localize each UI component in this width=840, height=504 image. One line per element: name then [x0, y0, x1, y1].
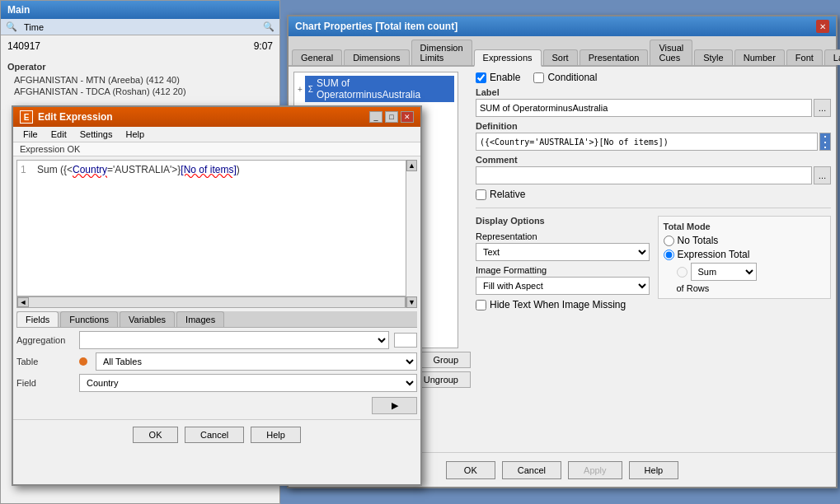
relative-checkbox[interactable]: Relative: [476, 189, 831, 200]
maximize-button[interactable]: □: [385, 111, 398, 123]
comment-section: Comment …: [476, 155, 831, 184]
search-icon-left: 🔍: [6, 21, 17, 32]
no-totals-radio[interactable]: [664, 236, 674, 246]
country-highlight: Country: [73, 164, 107, 175]
scroll-down-button[interactable]: ▼: [406, 296, 417, 308]
tab-la[interactable]: La: [824, 49, 840, 65]
conditional-input[interactable]: [533, 72, 544, 83]
group-button[interactable]: Group: [420, 352, 471, 368]
chart-ok-button[interactable]: OK: [446, 461, 495, 479]
chart-help-button[interactable]: Help: [629, 461, 679, 479]
edit-ok-button[interactable]: OK: [133, 427, 178, 443]
total-mode-section: Total Mode No Totals Expression Total: [658, 216, 832, 310]
tab-visual-cues[interactable]: Visual Cues: [650, 40, 692, 65]
tab-number[interactable]: Number: [734, 49, 785, 65]
aggregation-select[interactable]: [79, 331, 389, 349]
chart-tab-bar: General Dimensions Dimension Limits Expr…: [289, 36, 836, 67]
image-formatting-section: Image Formatting Fill with Aspect Fill N…: [476, 265, 650, 295]
definition-section: Definition ⋮: [476, 121, 831, 151]
code-editor-area[interactable]: 1 Sum ({<Country='AUSTRALIA'>}[No of ite…: [16, 160, 417, 296]
orange-dot-icon: [79, 357, 87, 366]
relative-input[interactable]: [476, 189, 486, 200]
scroll-up-button[interactable]: ▲: [406, 160, 417, 171]
edit-expr-icon: E: [20, 110, 33, 124]
no-totals-radio-label[interactable]: No Totals: [664, 235, 826, 246]
no-items-highlight: [No of items]: [181, 164, 236, 175]
tab-font[interactable]: Font: [786, 49, 823, 65]
conditional-checkbox[interactable]: Conditional: [533, 72, 597, 83]
expression-status: Expression OK: [13, 142, 420, 156]
aggregation-number[interactable]: [394, 333, 417, 348]
time-value: 9:07: [254, 40, 273, 52]
operator-item-1: AFGHANISTAN - TDCA (Roshan) (412 20): [7, 86, 273, 97]
sum-radio[interactable]: [677, 267, 687, 278]
chart-dialog-title: Chart Properties [Total item count]: [295, 21, 458, 32]
menu-file[interactable]: File: [16, 128, 45, 141]
representation-label: Representation: [476, 231, 650, 241]
menu-settings[interactable]: Settings: [73, 128, 120, 141]
code-content: Sum ({<Country='AUSTRALIA'>}[No of items…: [37, 164, 240, 175]
field-label: Field: [16, 378, 74, 388]
vertical-scrollbar[interactable]: ▲ ▼: [406, 160, 417, 308]
definition-input-row: ⋮: [476, 133, 831, 151]
edit-expression-dialog: E Edit Expression _ □ ✕ File Edit Settin…: [12, 105, 422, 486]
sum-row: Sum Avg Min Max: [664, 263, 826, 281]
tab-general[interactable]: General: [292, 49, 342, 65]
tab-fields[interactable]: Fields: [16, 311, 59, 327]
relative-row: Relative: [476, 189, 831, 200]
expression-total-radio-label[interactable]: Expression Total: [664, 249, 826, 260]
main-header-row: 🔍 Time 🔍: [1, 19, 279, 35]
tab-dimensions[interactable]: Dimensions: [344, 49, 409, 65]
menu-help[interactable]: Help: [119, 128, 151, 141]
label-input[interactable]: [476, 99, 812, 117]
tab-sort[interactable]: Sort: [543, 49, 578, 65]
display-options-title: Display Options: [476, 216, 650, 226]
comment-edit-button[interactable]: …: [814, 166, 831, 184]
tab-presentation[interactable]: Presentation: [580, 49, 649, 65]
minimize-button[interactable]: _: [369, 111, 382, 123]
enable-label: Enable: [490, 72, 520, 83]
image-format-select[interactable]: Fill with Aspect Fill Normal: [476, 277, 650, 295]
expression-label: SUM of OperatorminusAustralia: [317, 77, 451, 100]
hide-text-checkbox[interactable]: Hide Text When Image Missing: [476, 299, 650, 310]
field-select[interactable]: Country: [79, 374, 417, 392]
tab-images[interactable]: Images: [176, 311, 224, 327]
horizontal-scrollbar[interactable]: ◄ ►: [16, 296, 417, 308]
edit-cancel-button[interactable]: Cancel: [185, 427, 244, 443]
of-rows-label: of Rows: [664, 283, 826, 293]
tab-functions[interactable]: Functions: [60, 311, 118, 327]
chart-cancel-button[interactable]: Cancel: [502, 461, 561, 479]
table-select[interactable]: All Tables: [96, 352, 417, 371]
hide-text-input[interactable]: [476, 300, 486, 310]
expression-total-radio[interactable]: [664, 250, 674, 260]
menu-edit[interactable]: Edit: [45, 128, 73, 141]
chart-dialog-titlebar: Chart Properties [Total item count] ✕: [289, 16, 836, 36]
comment-input-row: …: [476, 166, 831, 184]
tab-dimension-limits[interactable]: Dimension Limits: [411, 40, 472, 65]
scroll-track: [406, 171, 417, 296]
label-edit-button[interactable]: …: [814, 99, 831, 117]
scroll-left-button[interactable]: ◄: [17, 297, 29, 307]
tab-variables[interactable]: Variables: [120, 311, 175, 327]
tab-style[interactable]: Style: [694, 49, 732, 65]
comment-input[interactable]: [476, 166, 812, 184]
sum-select[interactable]: Sum Avg Min Max: [691, 263, 757, 281]
enable-checkbox[interactable]: Enable: [476, 72, 520, 83]
tab-expressions[interactable]: Expressions: [474, 49, 542, 67]
enable-input[interactable]: [476, 72, 486, 83]
search-icon-right[interactable]: 🔍: [263, 21, 275, 32]
definition-input[interactable]: [476, 133, 818, 151]
representation-select[interactable]: Text Line Bar Pie: [476, 243, 650, 261]
label-section: Label …: [476, 87, 831, 117]
definition-edit-button[interactable]: ⋮: [819, 133, 831, 151]
chart-apply-button[interactable]: Apply: [568, 461, 622, 479]
edit-help-button[interactable]: Help: [251, 427, 301, 443]
title-controls: _ □ ✕: [369, 111, 414, 123]
label-field-title: Label: [476, 87, 831, 97]
edit-expr-close-button[interactable]: ✕: [401, 111, 414, 123]
chart-close-button[interactable]: ✕: [816, 20, 829, 33]
main-content: 140917 9:07 Operator AFGHANISTAN - MTN (…: [1, 35, 279, 104]
paste-button[interactable]: ▶: [372, 397, 417, 414]
expression-item[interactable]: Σ SUM of OperatorminusAustralia: [305, 76, 454, 102]
representation-select-row: Text Line Bar Pie: [476, 243, 650, 261]
